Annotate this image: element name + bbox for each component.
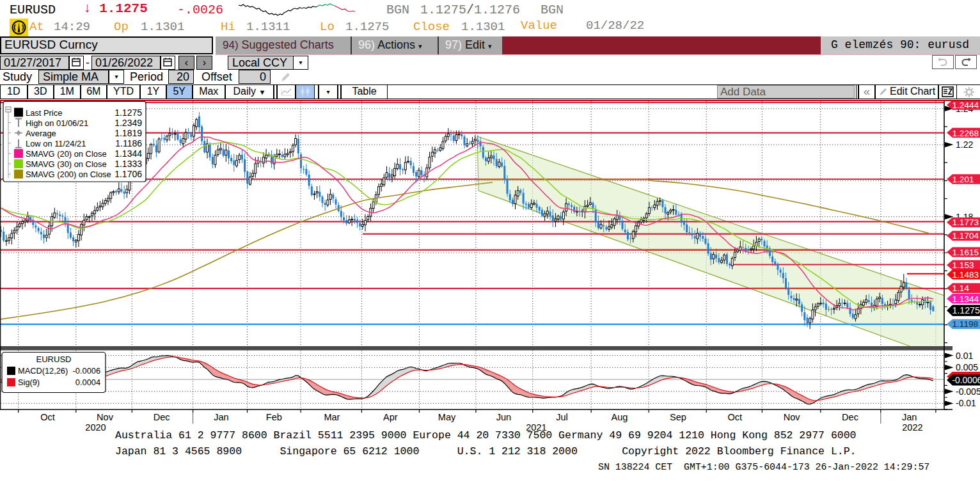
svg-text:Jun: Jun [496, 412, 511, 422]
svg-text:Jan: Jan [902, 412, 917, 422]
svg-text:1.2268: 1.2268 [952, 129, 979, 138]
svg-text:Oct: Oct [40, 412, 55, 422]
svg-text:1.22: 1.22 [956, 139, 973, 150]
svg-text:1.1819: 1.1819 [115, 128, 142, 138]
svg-text:0.01: 0.01 [956, 351, 973, 361]
svg-text:1.1275: 1.1275 [952, 305, 980, 315]
svg-text:0.0004: 0.0004 [75, 378, 100, 387]
svg-text:1.2349: 1.2349 [115, 118, 142, 128]
svg-text:1.1186: 1.1186 [115, 138, 142, 148]
svg-text:1.1704: 1.1704 [952, 231, 979, 241]
svg-text:1.1773: 1.1773 [952, 218, 979, 227]
svg-text:EURUSD: EURUSD [36, 354, 72, 364]
svg-text:2020: 2020 [85, 422, 106, 433]
svg-text:-0.0006: -0.0006 [73, 366, 100, 376]
svg-text:1.1333: 1.1333 [115, 159, 142, 169]
svg-text:Dec: Dec [842, 412, 858, 422]
svg-text:SMAVG (200) on Close: SMAVG (200) on Close [26, 170, 111, 179]
svg-text:SMAVG (30) on Close: SMAVG (30) on Close [26, 159, 107, 169]
svg-text:May: May [438, 412, 456, 422]
svg-text:Low on 11/24/21: Low on 11/24/21 [26, 139, 86, 148]
svg-text:1.153: 1.153 [952, 260, 974, 270]
svg-text:SMAVG (20) on Close: SMAVG (20) on Close [26, 149, 107, 159]
svg-text:1.201: 1.201 [952, 175, 974, 184]
svg-text:-0.005: -0.005 [956, 386, 980, 397]
svg-text:SN 138224 CET GMT+1:00 G375-6: SN 138224 CET GMT+1:00 G375-6044-173 26-… [598, 462, 929, 472]
svg-text:2022: 2022 [902, 422, 922, 433]
svg-text:1.14: 1.14 [952, 283, 970, 293]
svg-text:1.1275: 1.1275 [115, 107, 142, 118]
svg-text:High on 01/06/21: High on 01/06/21 [26, 118, 88, 128]
svg-text:Apr: Apr [383, 412, 398, 422]
svg-text:Japan 81 3 4565 8900 Sing: Japan 81 3 4565 8900 Singapore 65 6212 1… [115, 445, 857, 457]
svg-text:1.1483: 1.1483 [952, 270, 979, 280]
svg-text:Sep: Sep [670, 412, 686, 422]
svg-text:Aug: Aug [612, 412, 628, 422]
svg-text:Last Price: Last Price [26, 108, 62, 118]
svg-text:1.1615: 1.1615 [952, 248, 979, 257]
svg-text:-0.0006: -0.0006 [952, 376, 980, 385]
svg-text:Dec: Dec [154, 412, 170, 422]
svg-text:1.1198: 1.1198 [952, 319, 979, 329]
svg-text:1.2444: 1.2444 [952, 101, 979, 110]
svg-text:Nov: Nov [97, 412, 114, 422]
svg-text:Jan: Jan [214, 412, 228, 422]
svg-text:Australia 61 2 9777 8600 Brazi: Australia 61 2 9777 8600 Brazil 5511 239… [115, 429, 857, 441]
svg-text:Sig(9): Sig(9) [18, 378, 40, 387]
svg-text:1.1344: 1.1344 [952, 294, 979, 304]
svg-text:0.005: 0.005 [956, 362, 978, 372]
svg-text:MACD(12,26): MACD(12,26) [18, 366, 68, 376]
svg-text:Nov: Nov [784, 412, 801, 422]
svg-text:1.1344: 1.1344 [115, 148, 142, 159]
svg-text:-0.01: -0.01 [956, 398, 976, 408]
svg-text:1.1706: 1.1706 [115, 169, 142, 179]
svg-text:Feb: Feb [266, 412, 282, 422]
svg-text:Jul: Jul [556, 412, 568, 422]
svg-text:Average: Average [26, 129, 56, 138]
svg-text:Oct: Oct [728, 412, 743, 422]
svg-text:Mar: Mar [324, 412, 340, 422]
